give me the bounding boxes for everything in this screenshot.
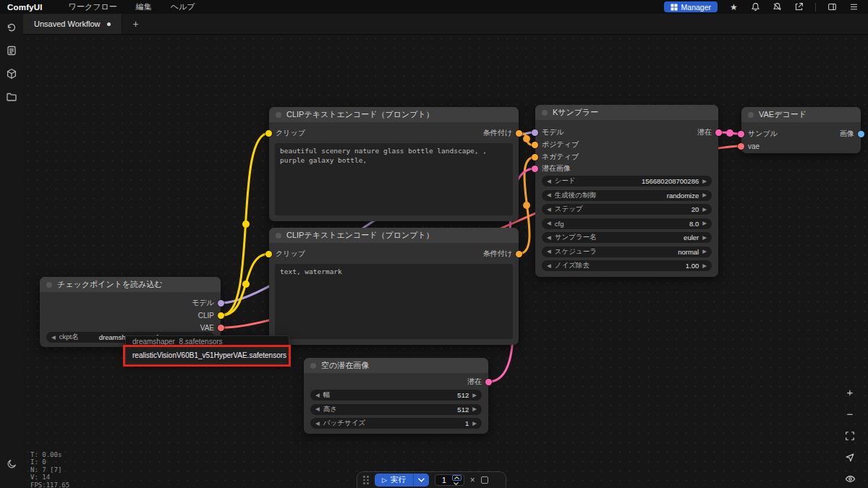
node-header[interactable]: CLIPテキストエンコード（プロンプト）	[269, 228, 519, 243]
input-port-negative[interactable]: ネガティブ	[532, 152, 579, 162]
widget-decrement-icon[interactable]: ◀	[547, 221, 551, 226]
port-dot-vae[interactable]	[218, 325, 224, 331]
widget-increment-icon[interactable]: ▶	[702, 235, 707, 241]
node-collapse-dot[interactable]	[276, 233, 281, 239]
widget-increment-icon[interactable]: ▶	[702, 249, 707, 254]
node-collapse-dot[interactable]	[310, 363, 316, 369]
widget-decrement-icon[interactable]: ◀	[315, 393, 320, 398]
drag-handle[interactable]	[363, 476, 369, 484]
input-port-clip[interactable]: クリップ	[265, 128, 305, 138]
count-decrement-icon[interactable]	[452, 481, 460, 486]
theme-toggle-moon-icon[interactable]	[3, 455, 20, 472]
port-dot-latent[interactable]	[485, 379, 492, 385]
output-port-conditioning[interactable]: 条件付け	[483, 249, 522, 259]
widget-increment-icon[interactable]: ▶	[472, 393, 477, 398]
node-collapse-dot[interactable]	[46, 282, 52, 288]
count-increment-icon[interactable]	[452, 475, 461, 481]
share-icon[interactable]	[793, 1, 804, 12]
port-dot-clip[interactable]	[265, 251, 272, 257]
widget-decrement-icon[interactable]: ◀	[547, 179, 551, 184]
menu-help[interactable]: ヘルプ	[171, 1, 195, 12]
input-port-vae[interactable]: vae	[738, 141, 760, 151]
node-header[interactable]: Kサンプラー	[535, 105, 718, 120]
port-dot-clip[interactable]	[218, 312, 224, 319]
port-dot-clip[interactable]	[265, 130, 272, 137]
port-dot-conditioning[interactable]	[516, 130, 522, 137]
input-port-positive[interactable]: ポジティブ	[532, 140, 579, 150]
port-dot-latent[interactable]	[738, 131, 744, 137]
input-port-samples[interactable]: サンプル	[738, 129, 778, 139]
tab-unsaved-workflow[interactable]: Unsaved Workflow	[23, 14, 122, 34]
node-header[interactable]: 空の潜在画像	[304, 358, 488, 373]
output-port-clip[interactable]: CLIP	[198, 310, 224, 320]
positive-prompt-textarea[interactable]: beautiful scenery nature glass bottle la…	[275, 143, 513, 215]
input-port-model[interactable]: モデル	[532, 127, 564, 137]
output-port-latent[interactable]: 潜在	[467, 377, 492, 387]
port-dot-conditioning[interactable]	[516, 251, 522, 257]
toggle-visibility-eye-icon[interactable]	[841, 471, 859, 487]
node-clip-encode-positive[interactable]: CLIPテキストエンコード（プロンプト） クリップ 条件付け beautiful…	[269, 107, 519, 221]
widget-increment-icon[interactable]: ▶	[472, 406, 477, 412]
port-dot-vae[interactable]	[738, 143, 744, 150]
zoom-in-icon[interactable]: +	[841, 384, 859, 401]
output-port-image[interactable]: 画像	[840, 129, 864, 139]
widget-decrement-icon[interactable]: ◀	[315, 406, 320, 412]
node-collapse-dot[interactable]	[748, 112, 754, 118]
seed-widget[interactable]: ◀ シード 156680208700286 ▶	[542, 176, 712, 187]
output-port-vae[interactable]: VAE	[200, 322, 224, 333]
widget-increment-icon[interactable]: ▶	[472, 421, 477, 427]
cfg-widget[interactable]: ◀ cfg 8.0 ▶	[542, 218, 712, 229]
port-dot-latent[interactable]	[532, 166, 538, 172]
widget-decrement-icon[interactable]: ◀	[547, 235, 551, 241]
batch-count-stepper[interactable]: 1	[435, 474, 464, 486]
model-library-icon[interactable]	[3, 65, 20, 82]
bell-icon[interactable]	[750, 1, 761, 12]
panel-layout-icon[interactable]	[827, 1, 838, 12]
widget-decrement-icon[interactable]: ◀	[547, 207, 551, 213]
node-ksampler[interactable]: Kサンプラー モデル ポジティブ ネガティブ 潜在画像 潜在 ◀ シード 156…	[535, 105, 718, 277]
output-port-model[interactable]: モデル	[192, 298, 224, 308]
widget-decrement-icon[interactable]: ◀	[547, 192, 551, 198]
batch-size-widget[interactable]: ◀ バッチサイズ 1 ▶	[310, 418, 482, 429]
widget-increment-icon[interactable]: ▶	[702, 207, 707, 213]
node-collapse-dot[interactable]	[542, 110, 548, 116]
zoom-out-icon[interactable]: −	[841, 406, 859, 422]
sampler-name-widget[interactable]: ◀ サンプラー名 euler ▶	[542, 232, 712, 243]
run-button[interactable]: ▷ 実行	[375, 474, 413, 487]
menu-icon[interactable]	[848, 1, 859, 12]
widget-decrement-icon[interactable]: ◀	[315, 421, 320, 427]
widget-increment-icon[interactable]: ▶	[702, 221, 707, 226]
node-header[interactable]: チェックポイントを読み込む	[40, 277, 221, 292]
denoise-widget[interactable]: ◀ ノイズ除去 1.00 ▶	[542, 260, 712, 271]
input-port-latent-image[interactable]: 潜在画像	[532, 163, 571, 174]
new-tab-button[interactable]: +	[129, 17, 143, 30]
pan-mode-icon[interactable]	[841, 449, 859, 466]
run-options-chevron[interactable]	[413, 474, 429, 487]
negative-prompt-textarea[interactable]: text, watermark	[275, 264, 513, 339]
menu-workflow[interactable]: ワークフロー	[69, 1, 117, 12]
widget-increment-icon[interactable]: ▶	[702, 192, 707, 198]
widget-increment-icon[interactable]: ▶	[702, 263, 707, 269]
port-dot-model[interactable]	[532, 129, 538, 136]
output-port-conditioning[interactable]: 条件付け	[483, 128, 522, 138]
widget-increment-icon[interactable]: ▶	[702, 179, 707, 184]
output-port-latent[interactable]: 潜在	[697, 127, 722, 137]
port-dot-conditioning[interactable]	[532, 142, 538, 148]
bell-slash-icon[interactable]	[772, 1, 783, 12]
node-collapse-dot[interactable]	[276, 112, 281, 118]
menu-edit[interactable]: 編集	[136, 1, 152, 12]
widget-decrement-icon[interactable]: ◀	[547, 263, 551, 269]
control-after-generate-widget[interactable]: ◀ 生成後の制御 randomize ▶	[542, 190, 712, 201]
node-vae-decode[interactable]: VAEデコード サンプル vae 画像	[741, 107, 861, 153]
manager-button[interactable]: Manager	[664, 1, 718, 12]
port-dot-image[interactable]	[858, 131, 864, 137]
node-header[interactable]: VAEデコード	[741, 107, 861, 122]
port-dot-latent[interactable]	[715, 129, 722, 136]
widget-decrement-icon[interactable]: ◀	[547, 249, 551, 254]
port-dot-model[interactable]	[218, 300, 224, 307]
cancel-icon[interactable]: ×	[470, 476, 475, 484]
workflow-history-icon[interactable]	[3, 19, 20, 35]
node-empty-latent-image[interactable]: 空の潜在画像 潜在 ◀ 幅 512 ▶ ◀ 高さ 512 ▶ ◀ バッチサイズ …	[304, 358, 488, 434]
scheduler-widget[interactable]: ◀ スケジューラ normal ▶	[542, 247, 712, 257]
fit-view-icon[interactable]	[841, 427, 859, 444]
